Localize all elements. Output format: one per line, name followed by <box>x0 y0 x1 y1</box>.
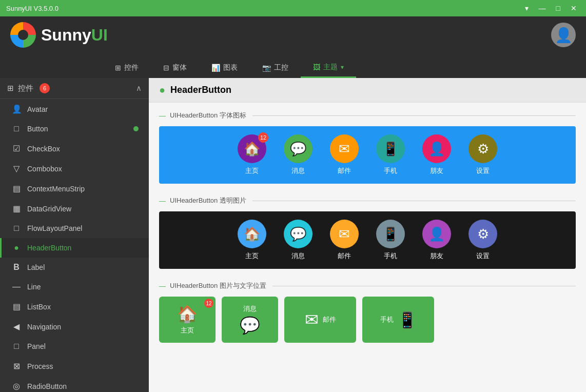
s1-mail-icon: ✉ <box>339 141 350 157</box>
nav-item-theme[interactable]: 🖼 主题 ▾ <box>301 57 356 78</box>
s1-btn-message[interactable]: 💬 消息 <box>280 134 316 175</box>
sidebar-item-headerbutton[interactable]: ● HeaderButton <box>0 238 149 258</box>
s1-message-circle: 💬 <box>284 134 312 163</box>
s3-btn-phone[interactable]: 手机 📱 <box>362 297 434 343</box>
s1-settings-label: 设置 <box>476 166 490 175</box>
panel-sidebar-icon: □ <box>12 342 21 351</box>
nav-item-industrial[interactable]: 📷 工控 <box>250 57 301 78</box>
s3-home-icon: 🏠 <box>177 304 198 324</box>
s2-mail-icon: ✉ <box>339 226 350 242</box>
s2-home-label: 主页 <box>245 251 259 261</box>
s3-phone-label: 手机 <box>380 315 394 324</box>
s2-message-icon: 💬 <box>290 226 306 242</box>
checkbox-sidebar-icon: ☑ <box>12 144 21 153</box>
s3-home-label: 主页 <box>181 326 194 335</box>
sidebar-item-navigation[interactable]: ◀ Navigation <box>0 317 149 337</box>
sidebar-label-line: Line <box>27 283 41 291</box>
sidebar-item-checkbox[interactable]: ☑ CheckBox <box>0 139 149 159</box>
nav-label-window: 窗体 <box>172 63 187 72</box>
sidebar-item-radiobutton[interactable]: ◎ RadioButton <box>0 376 149 392</box>
minimize-dropdown-btn[interactable]: ▾ <box>522 3 532 13</box>
s1-settings-icon: ⚙ <box>477 141 489 157</box>
content-header: ● HeaderButton <box>149 78 586 103</box>
section3-button-row: 12 🏠 主页 消息 💬 ✉ 邮件 手机 📱 <box>159 297 576 343</box>
s2-btn-settings[interactable]: ⚙ 设置 <box>465 220 501 261</box>
s3-message-label: 消息 <box>243 304 257 313</box>
sidebar-item-label[interactable]: B Label <box>0 258 149 277</box>
nav-item-chart[interactable]: 📊 图表 <box>199 57 250 78</box>
sidebar-title: 控件 <box>18 84 33 93</box>
section3: UIHeaderButton 图片与文字位置 12 🏠 主页 消息 💬 ✉ 邮件 <box>149 273 586 347</box>
content-area: ● HeaderButton UIHeaderButton 字体图标 🏠 12 … <box>149 78 586 392</box>
s1-mail-circle: ✉ <box>330 134 359 163</box>
listbox-sidebar-icon: ▤ <box>12 302 21 311</box>
s2-btn-friend[interactable]: 👤 朋友 <box>419 220 455 261</box>
s1-btn-phone[interactable]: 📱 手机 <box>373 134 408 175</box>
s1-phone-icon: 📱 <box>382 141 399 157</box>
s2-message-label: 消息 <box>291 251 305 261</box>
s2-mail-label: 邮件 <box>338 251 351 261</box>
avatar-button[interactable]: 👤 <box>551 23 576 47</box>
s1-btn-mail[interactable]: ✉ 邮件 <box>326 134 362 175</box>
sidebar-item-process[interactable]: ⊠ Process <box>0 356 149 376</box>
avatar-sidebar-icon: 👤 <box>12 104 21 114</box>
s1-friend-circle: 👤 <box>422 134 451 163</box>
nav-label-industrial: 工控 <box>274 63 288 72</box>
logo-icon <box>10 22 36 48</box>
s2-friend-label: 朋友 <box>430 251 443 261</box>
sidebar-item-contextmenu[interactable]: ▤ ContextMenuStrip <box>0 179 149 199</box>
sidebar-item-datagridview[interactable]: ▦ DataGridView <box>0 199 149 219</box>
s1-btn-settings[interactable]: ⚙ 设置 <box>465 134 501 175</box>
s3-btn-home[interactable]: 12 🏠 主页 <box>159 297 216 343</box>
nav-item-window[interactable]: ⊟ 窗体 <box>151 57 199 78</box>
s1-friend-icon: 👤 <box>428 141 445 157</box>
s2-btn-phone[interactable]: 📱 手机 <box>373 220 408 261</box>
maximize-btn[interactable]: □ <box>553 3 563 13</box>
s1-mail-label: 邮件 <box>338 166 351 175</box>
sidebar-label-flowlayout: FlowLayoutPanel <box>27 224 82 232</box>
chart-icon: 📊 <box>211 64 220 72</box>
headerbutton-sidebar-icon: ● <box>12 243 21 252</box>
sidebar-item-avatar[interactable]: 👤 Avatar <box>0 99 149 119</box>
sidebar-item-button[interactable]: □ Button <box>0 119 149 139</box>
sidebar-item-panel[interactable]: □ Panel <box>0 337 149 356</box>
button-sidebar-icon: □ <box>12 124 21 133</box>
s2-home-icon: 🏠 <box>244 226 260 242</box>
navbar: ⊞ 控件 ⊟ 窗体 📊 图表 📷 工控 🖼 主题 ▾ <box>0 53 586 78</box>
sidebar-label-contextmenu: ContextMenuStrip <box>27 185 85 193</box>
nav-label-controls: 控件 <box>124 63 139 72</box>
logo-text-ui: UI <box>91 26 108 44</box>
sidebar-label-radiobutton: RadioButton <box>27 382 67 390</box>
minimize-btn[interactable]: — <box>536 3 549 13</box>
s2-mail-circle: ✉ <box>330 220 359 248</box>
window-controls[interactable]: ▾ — □ ✕ <box>522 3 580 13</box>
close-btn[interactable]: ✕ <box>568 3 580 13</box>
nav-label-chart: 图表 <box>223 63 238 72</box>
logo: SunnyUI <box>10 22 108 48</box>
s2-btn-home[interactable]: 🏠 主页 <box>234 220 270 261</box>
s1-btn-home[interactable]: 🏠 12 主页 <box>234 134 270 175</box>
theme-icon: 🖼 <box>313 63 320 71</box>
sidebar-label-panel: Panel <box>27 342 46 350</box>
sidebar-label-avatar: Avatar <box>27 105 48 113</box>
line-sidebar-icon: — <box>12 282 21 291</box>
sidebar-badge: 6 <box>40 83 50 93</box>
sidebar-item-listbox[interactable]: ▤ ListBox <box>0 297 149 317</box>
sidebar-item-line[interactable]: — Line <box>0 277 149 297</box>
sidebar-label-combobox: Combobox <box>27 165 62 173</box>
s3-btn-message[interactable]: 消息 💬 <box>222 297 278 343</box>
s2-btn-message[interactable]: 💬 消息 <box>280 220 316 261</box>
sidebar-item-combobox[interactable]: ▽ Combobox <box>0 159 149 179</box>
sidebar-item-flowlayout[interactable]: □ FlowLayoutPanel <box>0 219 149 238</box>
process-sidebar-icon: ⊠ <box>12 361 21 371</box>
s3-home-badge: 12 <box>204 299 213 308</box>
nav-item-controls[interactable]: ⊞ 控件 <box>103 57 151 78</box>
section2: UIHeaderButton 透明图片 🏠 主页 💬 消息 ✉ <box>149 188 586 273</box>
s3-btn-mail[interactable]: ✉ 邮件 <box>284 297 356 343</box>
sidebar: ⊞ 控件 6 ∧ 👤 Avatar □ Button ☑ CheckBox ▽ … <box>0 78 149 392</box>
s1-btn-friend[interactable]: 👤 朋友 <box>419 134 455 175</box>
sidebar-grid-icon: ⊞ <box>7 84 14 93</box>
s2-btn-mail[interactable]: ✉ 邮件 <box>326 220 362 261</box>
window-icon: ⊟ <box>163 64 169 72</box>
sidebar-label-process: Process <box>27 362 53 370</box>
